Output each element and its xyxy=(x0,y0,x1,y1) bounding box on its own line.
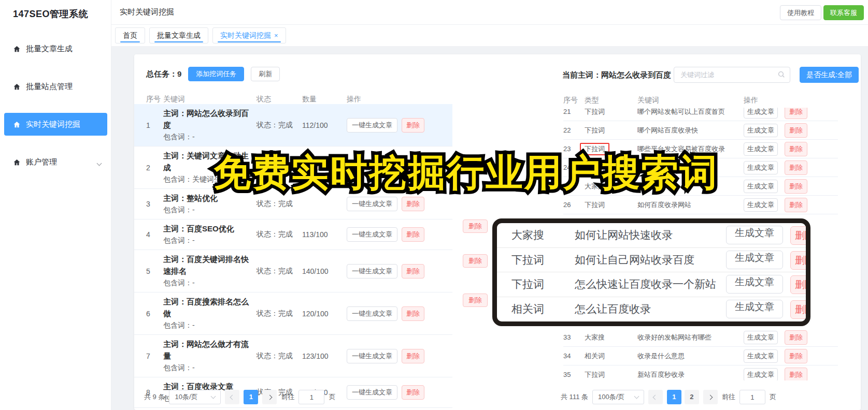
page-number-button[interactable]: 2 xyxy=(685,390,699,404)
generate-article-button[interactable]: 生成文章 xyxy=(744,349,778,363)
sidebar-item[interactable]: 批量文章生成 xyxy=(4,37,107,60)
delete-button[interactable]: 删除 xyxy=(402,227,424,242)
delete-button[interactable]: 删除 xyxy=(402,349,424,363)
column-keyword: 关键词 xyxy=(637,96,744,105)
close-tab-icon[interactable]: × xyxy=(274,32,278,39)
page-number-button[interactable]: 1 xyxy=(244,390,258,404)
magnified-row: 大家搜 如何让网站快速收录 生成文章 删除 xyxy=(497,223,806,248)
delete-button[interactable]: 删除 xyxy=(785,108,807,119)
goto-page-input[interactable] xyxy=(298,390,324,404)
delete-button[interactable]: 删除 xyxy=(785,368,807,381)
page-unit-label: 页 xyxy=(329,392,335,402)
tutorial-button[interactable]: 使用教程 xyxy=(780,5,821,20)
generate-state-filter-button[interactable]: 是否生成:全部 xyxy=(800,67,859,83)
task-main-keyword: 主词：网站怎么收录到百度 xyxy=(163,107,253,131)
column-index: 序号 xyxy=(563,96,585,105)
keyword-text: 收录是什么意思 xyxy=(637,352,744,361)
delete-button[interactable]: 删除 xyxy=(402,264,424,279)
generate-article-button[interactable]: 生成文章 xyxy=(744,368,778,381)
page-number-button[interactable]: 1 xyxy=(667,390,681,404)
generate-article-button[interactable]: 一键生成文章 xyxy=(347,264,397,279)
row-index: 7 xyxy=(146,352,163,360)
column-type: 类型 xyxy=(585,96,637,105)
delete-button[interactable]: 删除 xyxy=(402,118,424,133)
table-row: 33 大家搜 收录好的发帖网站有哪些 生成文章 删除 xyxy=(563,328,838,347)
prev-page-button[interactable] xyxy=(225,390,239,404)
generate-article-button[interactable]: 生成文章 xyxy=(744,180,778,193)
add-task-button[interactable]: 添加挖词任务 xyxy=(188,67,244,81)
current-main-keyword-label: 当前主词：网站怎么收录到百度 xyxy=(562,70,671,80)
delete-button[interactable]: 删除 xyxy=(785,198,807,212)
task-count: 113/100 xyxy=(302,230,347,239)
task-include-words: 包含词：- xyxy=(163,204,253,216)
delete-button[interactable]: 删除 xyxy=(402,306,424,321)
delete-button[interactable]: 删除 xyxy=(785,349,807,363)
delete-button: 删除 xyxy=(790,275,810,294)
generate-article-button[interactable]: 一键生成文章 xyxy=(347,197,397,211)
total-tasks-label: 总任务：9 xyxy=(146,69,181,79)
generate-article-button[interactable]: 一键生成文章 xyxy=(347,306,397,321)
task-main-keyword: 主词：网站怎么做才有流量 xyxy=(163,338,253,362)
table-row[interactable]: 5 主词：百度关键词排名快速排名 包含词：- 状态：完成 140/100 一键生… xyxy=(134,250,452,292)
sidebar-item[interactable]: 实时关键词挖掘 xyxy=(4,113,107,136)
table-row[interactable]: 1 主词：网站怎么收录到百度 包含词：- 状态：完成 112/100 一键生成文… xyxy=(134,104,452,147)
table-row[interactable]: 4 主词：百度SEO优化 包含词：- 状态：完成 113/100 一键生成文章 … xyxy=(134,219,452,250)
table-row[interactable]: 7 主词：网站怎么做才有流量 包含词：- 状态：完成 123/100 一键生成文… xyxy=(134,335,452,377)
generate-article-button[interactable]: 一键生成文章 xyxy=(347,118,397,133)
page-size-select[interactable]: 100条/页 xyxy=(592,390,644,404)
delete-button[interactable]: 删除 xyxy=(402,385,424,400)
generate-article-button[interactable]: 一键生成文章 xyxy=(347,227,397,242)
contact-support-button[interactable]: 联系客服 xyxy=(823,5,864,20)
refresh-button[interactable]: 刷新 xyxy=(251,67,280,81)
task-status: 状态：完成 xyxy=(257,309,302,318)
goto-label: 前往 xyxy=(281,392,294,402)
total-count-label: 共 9 条 xyxy=(144,392,165,402)
generate-article-button[interactable]: 生成文章 xyxy=(744,142,778,156)
row-index: 4 xyxy=(146,230,163,239)
task-include-words: 包含词：- xyxy=(163,131,253,143)
next-page-button[interactable] xyxy=(262,390,277,404)
task-status: 状态：完成 xyxy=(257,267,302,276)
delete-button[interactable]: 删除 xyxy=(785,330,807,345)
column-index: 序号 xyxy=(146,95,163,104)
goto-page-input[interactable] xyxy=(739,390,765,404)
search-icon xyxy=(777,70,786,79)
generate-article-button[interactable]: 生成文章 xyxy=(744,198,778,212)
task-status: 状态：完成 xyxy=(257,199,302,209)
column-actions: 操作 xyxy=(744,96,811,105)
keyword-text: 收录好的发帖网站有哪些 xyxy=(637,333,744,342)
sidebar-item-label: 账户管理 xyxy=(26,157,92,167)
delete-button[interactable]: 删除 xyxy=(785,160,807,175)
table-row: 22 下拉词 哪个网站百度收录快 生成文章 删除 xyxy=(563,121,838,140)
sidebar-item[interactable]: 账户管理 xyxy=(4,151,107,173)
nav-tab[interactable]: 批量文章生成 xyxy=(149,27,208,43)
generate-article-button[interactable]: 生成文章 xyxy=(744,124,778,137)
delete-button[interactable]: 删除 xyxy=(785,123,807,138)
sidebar-item-label: 批量站点管理 xyxy=(26,82,102,92)
page-size-select[interactable]: 10条/页 xyxy=(169,390,221,404)
generate-article-button: 生成文章 xyxy=(726,275,783,294)
next-page-button[interactable] xyxy=(703,390,718,404)
prev-page-button[interactable] xyxy=(648,390,663,404)
sidebar-item[interactable]: 批量站点管理 xyxy=(4,75,107,98)
home-icon xyxy=(13,45,21,53)
generate-article-button[interactable]: 生成文章 xyxy=(744,108,778,119)
chevron-down-icon xyxy=(634,393,639,399)
table-row[interactable]: 6 主词：百度搜索排名怎么做 包含词：- 状态：完成 120/100 一键生成文… xyxy=(134,292,452,335)
generate-article-button[interactable]: 生成文章 xyxy=(744,331,778,344)
delete-button[interactable]: 删除 xyxy=(402,197,424,211)
nav-tab[interactable]: 首页 xyxy=(115,27,145,43)
delete-button: 删除 xyxy=(790,300,810,319)
generate-article-button[interactable]: 一键生成文章 xyxy=(347,385,397,400)
keyword-type: 相关词 xyxy=(511,302,575,316)
generate-article-button[interactable]: 一键生成文章 xyxy=(347,349,397,363)
nav-tab[interactable]: 实时关键词挖掘× xyxy=(212,27,286,43)
delete-button[interactable]: 删除 xyxy=(785,142,807,156)
delete-button[interactable]: 删除 xyxy=(785,179,807,194)
task-status: 状态：完成 xyxy=(257,352,302,361)
generate-article-button[interactable]: 生成文章 xyxy=(744,161,778,174)
keyword-text: 如何百度收录网站 xyxy=(637,200,744,210)
keyword-text: 新站百度秒收录 xyxy=(637,370,744,379)
home-icon xyxy=(13,121,21,128)
keyword-filter-input[interactable] xyxy=(674,67,790,83)
